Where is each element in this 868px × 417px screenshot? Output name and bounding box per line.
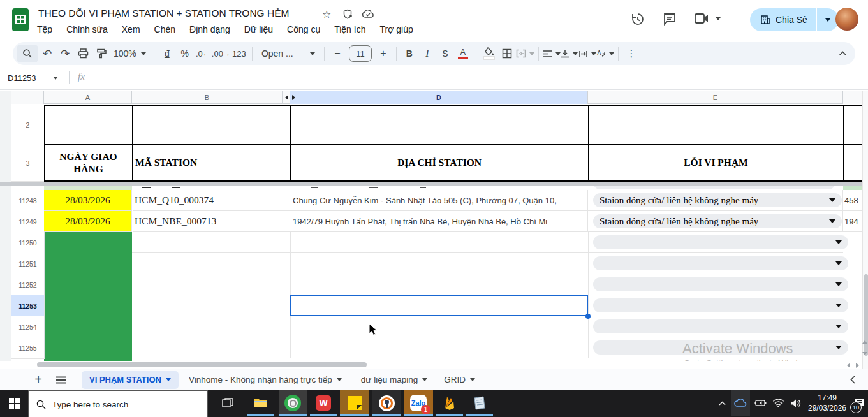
column-header-a[interactable]: A xyxy=(44,91,132,104)
menu-help[interactable]: Trợ giúp xyxy=(379,24,413,34)
notepad-icon[interactable] xyxy=(466,390,493,416)
horizontal-align-button[interactable] xyxy=(543,45,561,62)
onedrive-cloud-icon[interactable] xyxy=(731,390,750,416)
hidden-col-left-arrow-icon[interactable] xyxy=(285,95,288,100)
scroll-up-arrow-icon[interactable] xyxy=(862,340,867,344)
italic-button[interactable]: I xyxy=(418,45,436,62)
selected-cell-d11253[interactable] xyxy=(290,295,588,316)
wifi-icon[interactable] xyxy=(769,390,787,416)
col-a-green-block[interactable] xyxy=(44,232,132,361)
sheet-tab-grid[interactable]: GRID xyxy=(440,369,479,391)
text-wrap-button[interactable] xyxy=(578,45,596,62)
decrease-decimal-button[interactable]: .0← xyxy=(194,45,212,62)
horizontal-scrollbar[interactable] xyxy=(0,361,862,369)
scroll-down-arrow-icon[interactable] xyxy=(862,352,867,355)
sheet-tab-active[interactable]: VI PHẠM STATION xyxy=(82,371,179,389)
cell-f11248-partial[interactable]: 458 xyxy=(843,190,862,211)
hidden-column-marker[interactable] xyxy=(283,91,290,104)
cell-d11249[interactable]: 1942/79 Huỳnh Tấn Phát, Thị trấn Nhà Bè,… xyxy=(290,211,588,232)
horizontal-scrollbar-thumb[interactable] xyxy=(37,362,367,367)
increase-font-size-button[interactable]: + xyxy=(374,45,392,62)
sheet-tab-caret[interactable] xyxy=(337,378,342,381)
decrease-font-size-button[interactable]: − xyxy=(328,45,346,62)
row-header-11249[interactable]: 11249 xyxy=(11,211,45,233)
row-header-11251[interactable]: 11251 xyxy=(11,253,45,275)
user-avatar[interactable] xyxy=(835,8,858,31)
column-header-e[interactable]: E xyxy=(588,91,843,104)
volume-icon[interactable] xyxy=(787,390,805,416)
column-header-d[interactable]: D xyxy=(290,91,588,104)
text-rotation-button[interactable]: A xyxy=(596,45,614,62)
select-all-corner[interactable] xyxy=(11,91,44,104)
redo-button[interactable]: ↷ xyxy=(56,45,74,62)
wps-office-icon[interactable]: W xyxy=(310,390,337,416)
cloud-saved-icon[interactable] xyxy=(362,9,374,18)
cell-f11249-partial[interactable]: 194 xyxy=(843,211,862,232)
more-toolbar-button[interactable]: ⋮ xyxy=(622,45,640,62)
comments-icon[interactable] xyxy=(662,11,677,27)
menu-format[interactable]: Định dạng xyxy=(189,24,230,34)
sticky-notes-icon[interactable] xyxy=(340,390,369,416)
cell-f3-partial[interactable] xyxy=(843,144,862,182)
cell-e3-header[interactable]: LỖI VI PHẠM xyxy=(588,144,844,182)
vertical-align-button[interactable] xyxy=(561,45,578,62)
cell-b2[interactable] xyxy=(132,105,291,145)
menu-tools[interactable]: Công cụ xyxy=(287,24,320,34)
name-box[interactable]: D11253 xyxy=(8,66,58,89)
cell-d2[interactable] xyxy=(290,105,589,145)
task-view-button[interactable] xyxy=(214,390,241,416)
zoom-select[interactable]: 100% xyxy=(110,45,150,62)
cell-e11248[interactable]: Staion đóng cửa/ liên hệ không nghe máy xyxy=(588,190,843,211)
menu-extensions[interactable]: Tiện ích xyxy=(334,24,365,34)
cell-a2[interactable] xyxy=(44,105,133,145)
cell-f2-partial[interactable] xyxy=(843,105,862,145)
star-icon[interactable]: ☆ xyxy=(322,8,331,20)
borders-button[interactable] xyxy=(498,45,516,62)
print-button[interactable] xyxy=(74,45,92,62)
version-history-icon[interactable] xyxy=(630,11,645,27)
file-explorer-icon[interactable] xyxy=(247,390,274,416)
sheet-tab-caret[interactable] xyxy=(422,378,427,381)
number-format-button[interactable]: 123 xyxy=(230,45,248,62)
taskbar-search-box[interactable]: Type here to search xyxy=(28,390,208,417)
add-sheet-button[interactable]: + xyxy=(29,371,47,389)
violation-dropdown-empty[interactable] xyxy=(593,298,848,312)
font-family-select[interactable]: Open ... xyxy=(256,45,320,62)
menu-edit[interactable]: Chỉnh sửa xyxy=(66,24,108,34)
coccoc-browser-icon[interactable] xyxy=(279,390,307,416)
hscroll-right-arrow-icon[interactable] xyxy=(856,363,859,368)
menu-file[interactable]: Tệp xyxy=(37,24,52,34)
vertical-scrollbar[interactable] xyxy=(862,91,868,369)
row-header-11252[interactable]: 11252 xyxy=(11,274,45,296)
column-header-f-partial[interactable] xyxy=(843,91,862,104)
menu-view[interactable]: Xem xyxy=(122,24,140,34)
sheet-tab-caret[interactable] xyxy=(470,378,475,381)
collapse-toolbar-button[interactable] xyxy=(834,45,851,62)
hscroll-left-arrow-icon[interactable] xyxy=(847,363,850,368)
violation-dropdown[interactable]: Staion đóng cửa/ liên hệ không nghe máy xyxy=(593,214,842,228)
sheets-logo-icon[interactable] xyxy=(11,8,29,32)
openvpn-icon[interactable] xyxy=(372,390,401,416)
percent-format-button[interactable]: % xyxy=(176,45,194,62)
meet-video-button[interactable] xyxy=(694,11,721,26)
cell-e2[interactable] xyxy=(588,105,844,145)
meet-dropdown-caret[interactable] xyxy=(716,17,721,20)
currency-format-button[interactable]: đ xyxy=(158,45,176,62)
cell-e11249[interactable]: Staion đóng cửa/ liên hệ không nghe máy xyxy=(588,211,843,232)
cell-a3-header[interactable]: NGÀY GIAO HÀNG xyxy=(44,144,133,182)
cell-d11248[interactable]: Chung Cư Nguyễn Kim - Sảnh Nhật Tảo 505 … xyxy=(290,190,588,211)
cell-b3-header[interactable]: MÃ STATION xyxy=(132,144,291,182)
fill-handle[interactable] xyxy=(585,314,591,319)
share-button[interactable]: Chia Sẻ xyxy=(750,8,839,31)
cell-b11249[interactable]: HCM_NBE_000713 xyxy=(133,211,290,232)
sheet-tab-dulieu-maping[interactable]: dữ liệu maping xyxy=(357,369,431,391)
taskbar-clock[interactable]: 17:49 29/03/2026 xyxy=(805,390,850,416)
violation-dropdown-empty[interactable] xyxy=(593,277,848,291)
increase-decimal-button[interactable]: .00→ xyxy=(212,45,230,62)
font-size-input[interactable]: 11 xyxy=(349,45,372,62)
row-header-11253-selected[interactable]: 11253 xyxy=(11,295,45,317)
cell-d3-header[interactable]: ĐỊA CHỈ STATION xyxy=(290,144,589,182)
violation-dropdown-empty[interactable] xyxy=(593,319,848,333)
battery-icon[interactable] xyxy=(751,390,769,416)
cell-a11248[interactable]: 28/03/2026 xyxy=(44,190,132,211)
